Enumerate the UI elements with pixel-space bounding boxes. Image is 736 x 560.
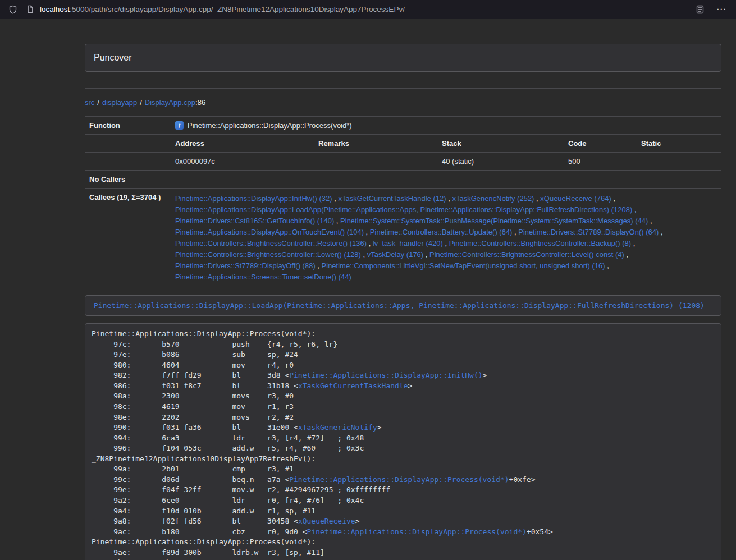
empty-cell bbox=[85, 153, 171, 171]
page-content: Puncover src/displayapp/DisplayApp.cpp:8… bbox=[85, 19, 721, 560]
callee-separator: , bbox=[361, 250, 367, 259]
callee-link[interactable]: xQueueReceive (764) bbox=[540, 194, 611, 203]
callee-separator: , bbox=[624, 250, 628, 259]
stack-value: 40 (static) bbox=[437, 153, 564, 171]
callee-link[interactable]: Pinetime::Controllers::BrightnessControl… bbox=[175, 250, 361, 259]
callee-link[interactable]: Pinetime::Applications::DisplayApp::Load… bbox=[175, 205, 632, 214]
breadcrumb-src-link[interactable]: src bbox=[85, 98, 94, 107]
empty-cell bbox=[171, 171, 721, 189]
callee-separator: , bbox=[605, 261, 609, 270]
callee-separator: , bbox=[316, 261, 322, 270]
callee-separator: , bbox=[512, 228, 518, 236]
callee-separator: , bbox=[659, 228, 662, 236]
col-header-address: Address bbox=[171, 135, 314, 153]
app-title: Puncover bbox=[94, 53, 132, 62]
page-icon bbox=[25, 4, 35, 15]
callee-separator: , bbox=[367, 239, 373, 247]
breadcrumb: src/displayapp/DisplayApp.cpp:86 bbox=[85, 98, 721, 109]
col-header-code: Code bbox=[564, 135, 637, 153]
function-name: Pinetime::Applications::DisplayApp::Proc… bbox=[188, 121, 352, 130]
callee-link[interactable]: Pinetime::Controllers::Battery::Update()… bbox=[370, 228, 513, 236]
callees-label: Callees (19, Σ=3704 ) bbox=[85, 189, 171, 288]
callee-link[interactable]: Pinetime::System::SystemTask::PushMessag… bbox=[340, 217, 648, 225]
breadcrumb-displayapp-link[interactable]: displayapp bbox=[102, 98, 137, 107]
callee-link[interactable]: Pinetime::Drivers::St7789::DisplayOff() … bbox=[175, 261, 316, 270]
callee-separator: , bbox=[364, 228, 370, 236]
callee-separator: , bbox=[631, 239, 635, 247]
code-symbol-link[interactable]: Pinetime::Applications::DisplayApp::Proc… bbox=[289, 475, 509, 484]
loadapp-panel-heading: Pinetime::Applications::DisplayApp::Load… bbox=[85, 296, 721, 315]
code-symbol-link[interactable]: xQueueReceive bbox=[298, 517, 355, 525]
function-row: Function ƒ Pinetime::Applications::Displ… bbox=[85, 117, 721, 135]
divider bbox=[85, 88, 721, 89]
stats-header-row: Address Remarks Stack Code Static bbox=[85, 135, 721, 153]
shield-icon[interactable] bbox=[8, 4, 18, 15]
url-text[interactable]: localhost:5000/path/src/displayapp/Displ… bbox=[40, 5, 405, 13]
app-title-heading: Puncover bbox=[85, 44, 721, 71]
callees-row: Callees (19, Σ=3704 ) Pinetime::Applicat… bbox=[85, 189, 721, 288]
callee-link[interactable]: Pinetime::Controllers::BrightnessControl… bbox=[429, 250, 624, 259]
callee-separator: , bbox=[446, 194, 452, 203]
callee-link[interactable]: Pinetime::Applications::DisplayApp::Init… bbox=[175, 194, 332, 203]
disassembly-code: Pinetime::Applications::DisplayApp::Proc… bbox=[85, 323, 721, 560]
remarks-value bbox=[314, 153, 437, 171]
callee-separator: , bbox=[648, 217, 652, 225]
empty-cell bbox=[85, 135, 171, 153]
loadapp-link[interactable]: Pinetime::Applications::DisplayApp::Load… bbox=[94, 301, 705, 310]
callee-separator: , bbox=[332, 194, 339, 203]
callee-link[interactable]: Pinetime::Controllers::BrightnessControl… bbox=[449, 239, 631, 247]
callee-separator: , bbox=[611, 194, 615, 203]
breadcrumb-line-number: :86 bbox=[195, 98, 205, 107]
code-symbol-link[interactable]: xTaskGetCurrentTaskHandle bbox=[298, 382, 408, 390]
callee-link[interactable]: Pinetime::Drivers::St7789::DisplayOn() (… bbox=[518, 228, 659, 236]
callee-separator: , bbox=[443, 239, 449, 247]
callee-separator: , bbox=[632, 205, 636, 214]
code-symbol-link[interactable]: Pinetime::Applications::DisplayApp::Init… bbox=[289, 371, 482, 379]
symbol-table: Function ƒ Pinetime::Applications::Displ… bbox=[85, 116, 721, 287]
code-symbol-link[interactable]: Pinetime::Applications::DisplayApp::Proc… bbox=[307, 527, 527, 536]
callee-link[interactable]: lv_task_handler (420) bbox=[373, 239, 443, 247]
app-title-panel: Puncover bbox=[85, 44, 721, 72]
address-value: 0x0000097c bbox=[171, 153, 314, 171]
code-symbol-link[interactable]: xTaskGenericNotify bbox=[298, 423, 377, 432]
callee-separator: , bbox=[334, 217, 340, 225]
url-host: localhost bbox=[40, 5, 70, 13]
col-header-remarks: Remarks bbox=[314, 135, 437, 153]
function-label: Function bbox=[85, 117, 171, 135]
col-header-stack: Stack bbox=[437, 135, 564, 153]
loadapp-panel: Pinetime::Applications::DisplayApp::Load… bbox=[85, 295, 721, 316]
col-header-static: Static bbox=[637, 135, 721, 153]
function-icon: ƒ bbox=[175, 121, 184, 130]
callee-link[interactable]: Pinetime::Components::LittleVgl::SetNewT… bbox=[322, 261, 605, 270]
reader-view-icon[interactable] bbox=[695, 4, 705, 15]
code-size-value: 500 bbox=[564, 153, 637, 171]
callee-separator: , bbox=[534, 194, 540, 203]
callee-link[interactable]: Pinetime::Drivers::Cst816S::GetTouchInfo… bbox=[175, 217, 334, 225]
stats-row: 0x0000097c 40 (static) 500 bbox=[85, 153, 721, 171]
page-actions-icon[interactable]: ⋯ bbox=[716, 4, 726, 14]
browser-toolbar: localhost:5000/path/src/displayapp/Displ… bbox=[0, 0, 736, 19]
url-bar[interactable]: localhost:5000/path/src/displayapp/Displ… bbox=[25, 4, 688, 15]
callees-list: Pinetime::Applications::DisplayApp::Init… bbox=[171, 189, 721, 288]
toolbar-actions: ⋯ bbox=[695, 4, 726, 15]
callee-link[interactable]: vTaskDelay (176) bbox=[367, 250, 423, 259]
breadcrumb-file-link[interactable]: DisplayApp.cpp bbox=[145, 98, 195, 107]
callee-link[interactable]: Pinetime::Controllers::BrightnessControl… bbox=[175, 239, 367, 247]
url-path: :5000/path/src/displayapp/DisplayApp.cpp… bbox=[70, 5, 405, 13]
callee-link[interactable]: xTaskGetCurrentTaskHandle (12) bbox=[338, 194, 446, 203]
breadcrumb-separator: / bbox=[97, 98, 99, 107]
static-value bbox=[637, 153, 721, 171]
callee-link[interactable]: Pinetime::Applications::Screens::Timer::… bbox=[175, 273, 351, 281]
callee-link[interactable]: xTaskGenericNotify (252) bbox=[452, 194, 534, 203]
callee-link[interactable]: Pinetime::Applications::DisplayApp::OnTo… bbox=[175, 228, 364, 236]
no-callers-label: No Callers bbox=[85, 171, 171, 189]
callee-separator: , bbox=[423, 250, 429, 259]
no-callers-row: No Callers bbox=[85, 171, 721, 189]
breadcrumb-separator: / bbox=[140, 98, 142, 107]
